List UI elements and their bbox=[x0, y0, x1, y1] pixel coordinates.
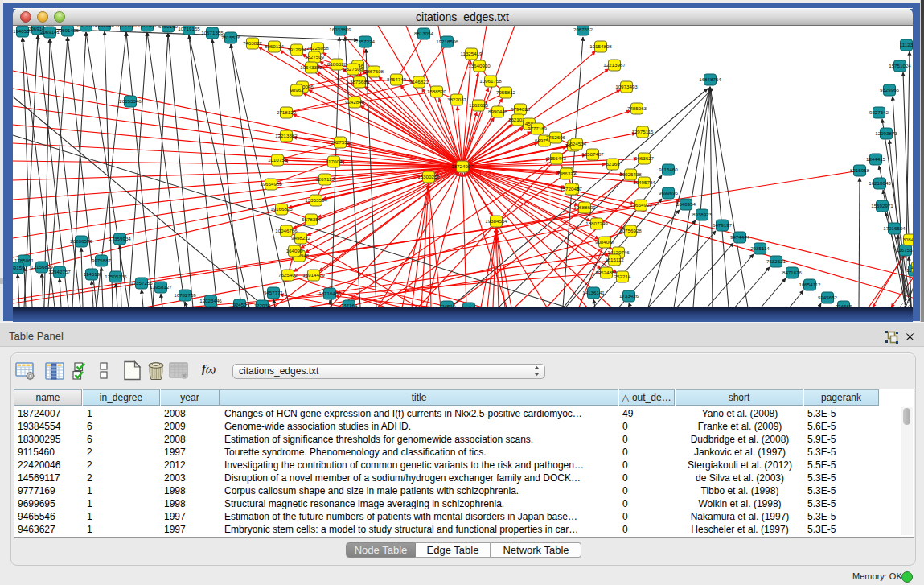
svg-text:252214: 252214 bbox=[614, 274, 631, 279]
svg-text:30840: 30840 bbox=[902, 237, 913, 242]
svg-text:9245652: 9245652 bbox=[818, 295, 838, 300]
svg-text:13958127: 13958127 bbox=[150, 284, 172, 290]
svg-text:8215958: 8215958 bbox=[850, 167, 870, 173]
svg-text:3822037: 3822037 bbox=[447, 97, 467, 102]
svg-text:12213967: 12213967 bbox=[603, 62, 626, 68]
svg-text:1327602: 1327602 bbox=[138, 26, 158, 28]
svg-text:12093873: 12093873 bbox=[875, 130, 897, 136]
svg-text:10507487: 10507487 bbox=[581, 151, 604, 157]
svg-text:1362615: 1362615 bbox=[469, 102, 489, 108]
svg-text:3875685: 3875685 bbox=[350, 79, 370, 84]
svg-text:114519: 114519 bbox=[84, 271, 101, 277]
svg-text:2867608: 2867608 bbox=[364, 68, 384, 74]
svg-text:9699695: 9699695 bbox=[659, 190, 679, 196]
svg-text:5678354: 5678354 bbox=[302, 216, 322, 222]
svg-text:12975115: 12975115 bbox=[631, 129, 654, 134]
svg-text:13353594: 13353594 bbox=[305, 197, 327, 203]
svg-text:15692971: 15692971 bbox=[871, 203, 893, 208]
svg-text:3912954: 3912954 bbox=[287, 47, 307, 52]
svg-text:8471676: 8471676 bbox=[782, 270, 803, 275]
svg-text:9146821: 9146821 bbox=[409, 79, 429, 84]
svg-text:1386322: 1386322 bbox=[556, 171, 577, 176]
svg-text:9498222: 9498222 bbox=[291, 235, 311, 241]
svg-text:12942757: 12942757 bbox=[48, 269, 71, 274]
svg-text:10961758: 10961758 bbox=[479, 78, 502, 84]
svg-text:1065328: 1065328 bbox=[95, 26, 115, 27]
svg-text:9777169: 9777169 bbox=[528, 126, 548, 131]
svg-text:13528: 13528 bbox=[910, 264, 913, 270]
svg-text:10653287: 10653287 bbox=[115, 26, 138, 28]
svg-text:98962: 98962 bbox=[290, 87, 304, 93]
svg-text:6479197: 6479197 bbox=[713, 222, 733, 228]
svg-text:16210643: 16210643 bbox=[869, 180, 891, 186]
svg-text:19166825: 19166825 bbox=[270, 206, 293, 212]
svg-text:10543382: 10543382 bbox=[300, 64, 322, 70]
svg-text:12213382: 12213382 bbox=[275, 133, 298, 138]
svg-text:9084067: 9084067 bbox=[595, 239, 615, 245]
svg-text:9975887: 9975887 bbox=[92, 257, 112, 263]
svg-text:16033809: 16033809 bbox=[329, 27, 351, 32]
svg-text:9242848: 9242848 bbox=[345, 99, 365, 105]
svg-text:19218506: 19218506 bbox=[436, 39, 458, 44]
svg-text:92450: 92450 bbox=[232, 302, 247, 307]
svg-text:2156443: 2156443 bbox=[547, 155, 567, 161]
svg-text:7632621: 7632621 bbox=[766, 258, 786, 264]
svg-text:164099: 164099 bbox=[286, 248, 303, 253]
svg-text:8454749: 8454749 bbox=[387, 76, 407, 82]
svg-text:15751024: 15751024 bbox=[889, 63, 911, 68]
svg-text:1588520: 1588520 bbox=[427, 89, 447, 94]
svg-text:7462606: 7462606 bbox=[546, 134, 566, 140]
svg-text:20053346: 20053346 bbox=[119, 98, 142, 104]
svg-text:9329966: 9329966 bbox=[880, 87, 900, 93]
svg-text:10756928: 10756928 bbox=[619, 228, 642, 233]
svg-text:7515526: 7515526 bbox=[221, 35, 241, 40]
svg-text:13716485: 13716485 bbox=[318, 290, 341, 296]
svg-text:10154808: 10154808 bbox=[589, 43, 612, 49]
svg-text:8938923: 8938923 bbox=[692, 212, 713, 217]
svg-text:23226058: 23226058 bbox=[306, 45, 329, 51]
svg-text:19654985: 19654985 bbox=[260, 181, 282, 187]
svg-text:16914479: 16914479 bbox=[302, 272, 325, 278]
svg-text:1010755: 1010755 bbox=[268, 157, 288, 163]
svg-text:8990448: 8990448 bbox=[488, 109, 508, 114]
svg-text:12023446: 12023446 bbox=[199, 298, 222, 303]
svg-text:39159: 39159 bbox=[13, 265, 25, 270]
svg-text:12505135: 12505135 bbox=[105, 274, 127, 279]
svg-text:10719155: 10719155 bbox=[178, 26, 200, 31]
svg-text:10973493: 10973493 bbox=[615, 84, 638, 89]
svg-text:3267110: 3267110 bbox=[315, 176, 335, 182]
svg-text:8813054: 8813054 bbox=[414, 31, 434, 36]
svg-text:9463627: 9463627 bbox=[634, 155, 655, 161]
svg-text:13640910: 13640910 bbox=[468, 63, 491, 68]
svg-text:1244415: 1244415 bbox=[866, 156, 886, 162]
svg-text:18807249: 18807249 bbox=[585, 220, 608, 226]
svg-text:2935114: 2935114 bbox=[750, 245, 770, 251]
svg-text:14136141: 14136141 bbox=[582, 290, 605, 295]
svg-text:2087652: 2087652 bbox=[573, 27, 593, 32]
svg-text:9457771: 9457771 bbox=[264, 290, 284, 295]
svg-text:1615112: 1615112 bbox=[605, 257, 624, 262]
svg-text:7485063: 7485063 bbox=[627, 105, 647, 111]
svg-text:1640954: 1640954 bbox=[676, 201, 696, 207]
svg-text:9227342: 9227342 bbox=[869, 109, 889, 115]
svg-text:9115460: 9115460 bbox=[659, 167, 678, 172]
svg-text:18724007: 18724007 bbox=[451, 163, 474, 169]
svg-text:10654112: 10654112 bbox=[799, 282, 821, 287]
svg-text:1865328: 1865328 bbox=[76, 26, 97, 28]
svg-text:11123: 11123 bbox=[900, 42, 913, 47]
svg-text:15720407: 15720407 bbox=[560, 186, 582, 192]
svg-text:8960124: 8960124 bbox=[265, 43, 285, 49]
svg-text:9327508: 9327508 bbox=[343, 66, 363, 72]
svg-text:9474444: 9474444 bbox=[730, 234, 750, 240]
svg-text:20691406: 20691406 bbox=[56, 27, 79, 33]
svg-text:10046766: 10046766 bbox=[275, 228, 298, 233]
svg-text:3624534: 3624534 bbox=[567, 141, 587, 146]
svg-text:19384554: 19384554 bbox=[485, 218, 507, 224]
svg-text:10688609: 10688609 bbox=[573, 204, 596, 210]
svg-text:7463822: 7463822 bbox=[243, 40, 263, 46]
svg-text:16848764: 16848764 bbox=[699, 76, 721, 82]
svg-text:6794028: 6794028 bbox=[511, 106, 531, 112]
svg-text:8427552: 8427552 bbox=[331, 139, 351, 145]
svg-text:20206576: 20206576 bbox=[70, 238, 92, 244]
svg-text:13654923: 13654923 bbox=[630, 202, 652, 208]
